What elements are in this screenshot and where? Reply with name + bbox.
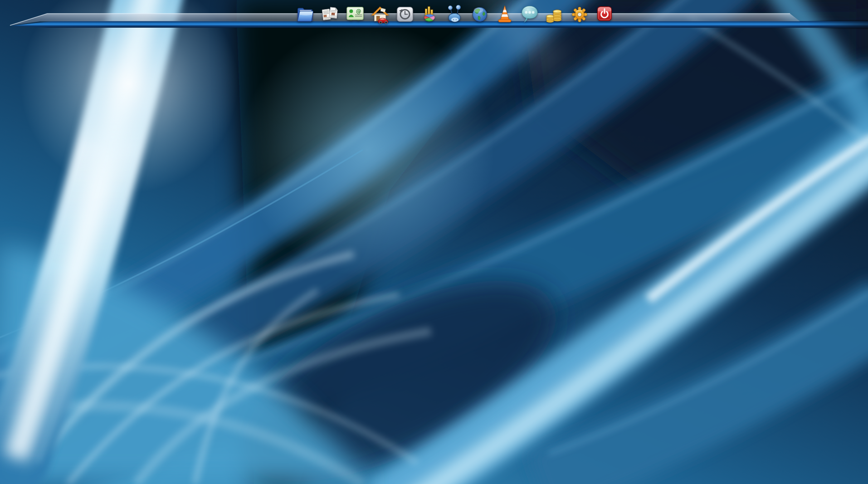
dock-item-documents[interactable] bbox=[320, 3, 341, 24]
blue-folder-icon bbox=[295, 3, 316, 24]
dock-item-statistics[interactable] bbox=[419, 3, 440, 24]
gold-coins-icon bbox=[544, 3, 565, 24]
desktop: { "dock": { "items": [ {"name": "file-ma… bbox=[0, 0, 868, 484]
dock-item-messenger[interactable] bbox=[519, 3, 540, 24]
dock-item-shutdown[interactable] bbox=[594, 3, 615, 24]
bar-pie-chart-icon bbox=[419, 3, 440, 24]
green-contact-card-icon: @ bbox=[345, 3, 366, 24]
svg-text:@: @ bbox=[356, 8, 361, 15]
desktop-wallpaper bbox=[0, 0, 868, 484]
power-button-icon bbox=[594, 3, 615, 24]
globe-icon bbox=[469, 3, 490, 24]
house-with-car-icon bbox=[370, 3, 390, 24]
dock-item-backup[interactable] bbox=[395, 3, 415, 24]
gear-icon bbox=[569, 3, 590, 24]
dock-icon-row: @ bbox=[295, 3, 615, 24]
top-dock: @ bbox=[0, 0, 868, 32]
dock-item-address-book[interactable]: @ bbox=[345, 3, 366, 24]
dock-item-file-manager[interactable] bbox=[295, 3, 316, 24]
time-machine-drive-icon bbox=[395, 3, 415, 24]
text-pages-icon bbox=[320, 3, 341, 24]
dock-item-vlc[interactable] bbox=[494, 3, 515, 24]
dock-item-web-browser[interactable] bbox=[469, 3, 490, 24]
chat-balloon-icon bbox=[519, 3, 540, 24]
traffic-cone-icon bbox=[494, 3, 515, 24]
dock-item-home[interactable] bbox=[370, 3, 390, 24]
dock-item-settings[interactable] bbox=[569, 3, 590, 24]
dock-item-finance[interactable] bbox=[544, 3, 565, 24]
blue-mule-icon bbox=[444, 3, 465, 24]
dock-item-amule[interactable] bbox=[444, 3, 465, 24]
